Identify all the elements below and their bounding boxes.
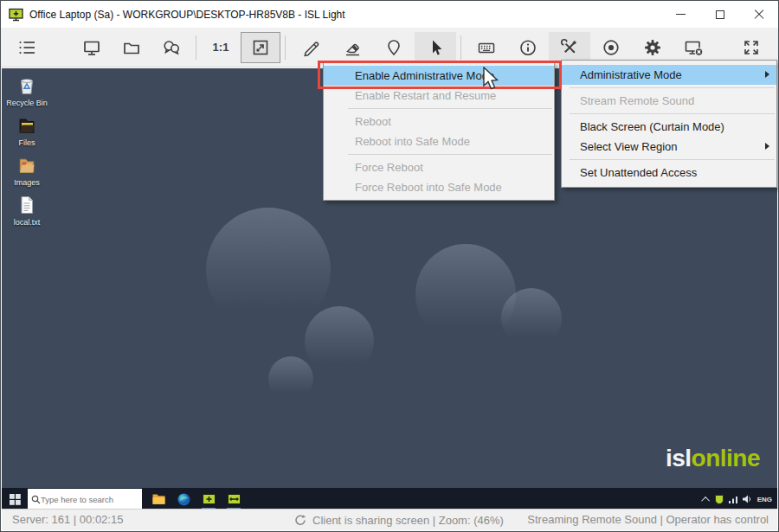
taskbar-search[interactable]: [28, 489, 142, 510]
menu-separator: [570, 159, 775, 160]
toolbar-separator: [460, 35, 461, 60]
desktop-icon-label: local.txt: [14, 218, 41, 227]
isl-tray-icon[interactable]: [715, 495, 724, 504]
rights-status: Streaming Remote Sound | Operator has co…: [527, 510, 769, 530]
session-status: Client is sharing screen | Zoom: (46%): [312, 514, 504, 527]
islonline-logo: islonline: [666, 445, 760, 472]
eraser-button[interactable]: [332, 32, 373, 63]
menu-item-stream-remote-sound[interactable]: Stream Remote Sound: [562, 91, 776, 111]
disconnect-monitor-icon: [684, 38, 705, 57]
menu-separator: [570, 113, 775, 114]
location-pin-icon: [384, 38, 403, 57]
desktop-icon-files[interactable]: Files: [7, 114, 47, 147]
info-button[interactable]: [507, 32, 549, 63]
file-transfer-button[interactable]: [112, 32, 151, 63]
title-bar: Office Laptop (Sa) - WORKGROUP\DESKTOP-H…: [1, 1, 778, 28]
menu-item-black-screen[interactable]: Black Screen (Curtain Mode): [562, 117, 776, 137]
maximize-button[interactable]: [700, 1, 739, 28]
disconnect-button[interactable]: [673, 32, 715, 63]
tray-chevron-icon[interactable]: [701, 496, 710, 504]
eraser-icon: [343, 38, 362, 57]
tools-button[interactable]: [549, 32, 590, 63]
server-status: Server: 161 | 00:02:15: [12, 510, 123, 530]
refresh-icon: [294, 514, 306, 526]
speaker-icon[interactable]: [743, 495, 752, 503]
pencil-icon: [301, 38, 320, 57]
fullscreen-icon: [742, 38, 761, 57]
menu-separator: [348, 154, 552, 155]
list-menu-icon: [17, 38, 36, 57]
wallpaper-sphere: [501, 288, 562, 349]
wallpaper-sphere: [268, 356, 313, 401]
menu-item-set-unattended-access[interactable]: Set Unattended Access: [562, 163, 776, 183]
settings-button[interactable]: [632, 32, 673, 63]
window-title: Office Laptop (Sa) - WORKGROUP\DESKTOP-H…: [29, 9, 345, 21]
menu-item-select-view-region[interactable]: Select View Region: [562, 137, 776, 157]
maximize-icon: [716, 10, 724, 19]
menu-item-force-reboot[interactable]: Force Reboot: [324, 157, 554, 177]
system-tray: ENG: [704, 495, 772, 504]
tools-icon: [560, 38, 579, 57]
edge-browser-icon: [177, 493, 190, 506]
start-button[interactable]: [2, 488, 28, 510]
menu-item-administrative-mode[interactable]: Administrative Mode: [562, 65, 776, 85]
chat-button[interactable]: [151, 32, 191, 63]
mouse-cursor: [482, 67, 501, 96]
edge-taskbar-button[interactable]: [175, 488, 192, 510]
pen-button[interactable]: [290, 32, 332, 63]
record-icon: [602, 38, 621, 57]
text-file-icon: [16, 194, 38, 216]
tools-menu: Administrative Mode Stream Remote Sound …: [561, 60, 777, 188]
fit-screen-button[interactable]: [241, 32, 280, 63]
file-explorer-taskbar-button[interactable]: [150, 488, 167, 510]
folder-icon: [122, 38, 141, 57]
wallpaper-sphere: [305, 306, 374, 375]
app-icon: [9, 8, 23, 22]
keyboard-button[interactable]: [466, 32, 507, 63]
monitors-button[interactable]: [72, 32, 112, 63]
recycle-bin-icon: [16, 74, 38, 97]
language-indicator[interactable]: ENG: [757, 496, 772, 503]
info-icon: [518, 38, 538, 57]
isl-light-window: Office Laptop (Sa) - WORKGROUP\DESKTOP-H…: [0, 0, 779, 532]
status-bar: Server: 161 | 00:02:15 Client is sharing…: [2, 509, 777, 530]
minimize-icon: [676, 14, 686, 15]
network-icon[interactable]: [729, 496, 737, 503]
minimize-button[interactable]: [661, 1, 700, 28]
submenu-arrow-icon: [765, 71, 769, 78]
keyboard-icon: [477, 38, 496, 57]
desktop-icon-label: Recycle Bin: [6, 99, 48, 107]
search-icon: [31, 495, 41, 504]
wallpaper-sphere: [415, 244, 516, 344]
file-explorer-icon: [152, 493, 165, 505]
wallpaper-sphere: [206, 208, 331, 332]
zoom-1-1-button[interactable]: 1:1: [201, 32, 241, 63]
gear-icon: [643, 38, 662, 57]
menu-item-force-reboot-safe-mode[interactable]: Force Reboot into Safe Mode: [324, 177, 554, 197]
desktop-icon-images[interactable]: Images: [7, 154, 47, 187]
desktop-icon-local-txt[interactable]: local.txt: [7, 194, 47, 227]
desktop-icon-recycle-bin[interactable]: Recycle Bin: [7, 74, 47, 107]
isl-connect-taskbar-button[interactable]: [225, 488, 242, 510]
toolbar-separator: [285, 35, 286, 60]
search-input[interactable]: [41, 495, 134, 504]
pointer-arrow-icon: [426, 38, 445, 57]
menu-item-reboot-safe-mode[interactable]: Reboot into Safe Mode: [324, 131, 554, 151]
fit-screen-icon: [251, 38, 270, 57]
files-folder-icon: [16, 114, 38, 137]
menu-button[interactable]: [7, 32, 47, 63]
menu-separator: [570, 87, 775, 88]
chat-icon: [162, 38, 181, 57]
menu-separator: [348, 108, 552, 109]
fullscreen-button[interactable]: [731, 32, 771, 63]
record-button[interactable]: [590, 32, 632, 63]
close-button[interactable]: [739, 1, 778, 28]
isl-light-taskbar-button[interactable]: [200, 488, 217, 510]
desktop-icon-label: Images: [14, 178, 40, 187]
remote-taskbar: ENG: [2, 488, 777, 510]
desktop-icon-label: Files: [18, 138, 35, 147]
select-pointer-button[interactable]: [415, 32, 456, 63]
marker-button[interactable]: [373, 32, 415, 63]
submenu-arrow-icon: [765, 143, 769, 150]
menu-item-reboot[interactable]: Reboot: [324, 112, 554, 131]
